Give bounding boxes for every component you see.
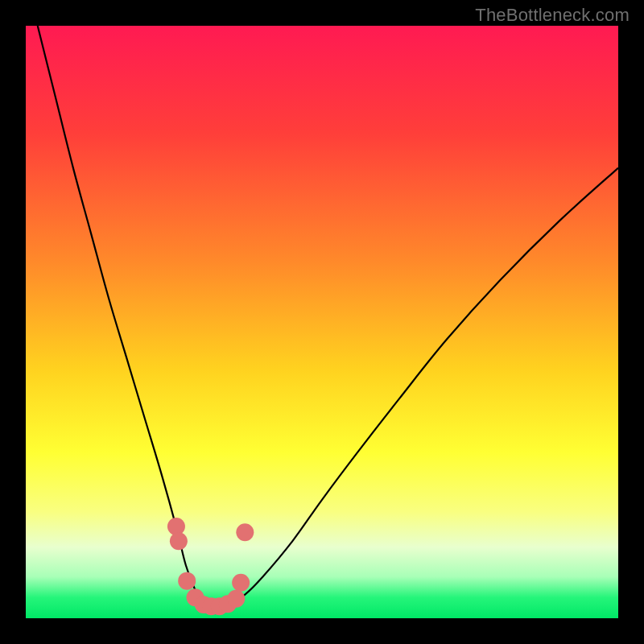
watermark-text: TheBottleneck.com — [475, 5, 630, 26]
chart-frame: TheBottleneck.com — [0, 0, 644, 644]
data-point — [236, 523, 254, 541]
plot-background — [26, 26, 618, 618]
bottleneck-chart — [0, 0, 644, 644]
data-point — [227, 590, 245, 608]
data-point — [167, 518, 185, 535]
data-point — [170, 532, 188, 550]
data-point — [178, 572, 196, 590]
data-point — [232, 574, 250, 592]
